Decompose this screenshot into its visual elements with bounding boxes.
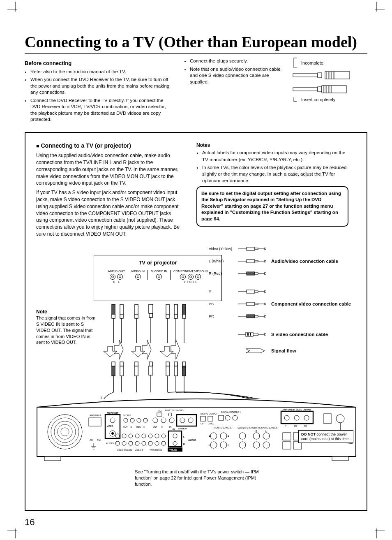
donot-bold: DO NOT: [301, 432, 316, 436]
square-bullet-icon: ■: [36, 143, 41, 149]
svg-marker-58: [171, 340, 180, 359]
svg-point-120: [161, 441, 166, 445]
before-bullets: Refer also to the instruction manual of …: [25, 69, 173, 123]
notes-heading: Notes: [196, 142, 348, 149]
note-item: Actual labels for component video inputs…: [202, 149, 348, 162]
label: Y: [184, 280, 186, 284]
svg-point-139: [239, 442, 246, 448]
svg-marker-56: [114, 340, 123, 359]
svg-point-97: [153, 418, 158, 423]
svg-point-77: [48, 415, 82, 449]
rca-plug-icon: [238, 271, 266, 276]
svg-rect-127: [219, 415, 224, 420]
label: S VIDEO IN: [151, 270, 167, 273]
svg-point-143: [263, 442, 270, 448]
side-note-heading: Note: [36, 308, 97, 315]
jack-icon: [180, 274, 186, 280]
jack-icon: [195, 274, 201, 280]
label: PB: [187, 280, 191, 284]
receiver-panel: ANTENNA AM FM MON OUT VIDEO VIDEO: [36, 395, 356, 465]
do-not-box: DO NOT connect the power cord (mains lea…: [298, 430, 353, 443]
svg-rect-70: [166, 366, 169, 376]
label: REC: [136, 426, 141, 428]
svg-rect-82: [44, 457, 61, 461]
svg-rect-126: [208, 416, 213, 421]
label: S VIDEO: [178, 427, 187, 430]
label: L: [118, 280, 120, 284]
label: DIGITAL OUTPUT: [201, 413, 217, 415]
label: TV/LINE: [169, 449, 178, 451]
svg-rect-51: [166, 314, 169, 318]
page-title: Connecting to a TV (Other than European …: [25, 33, 367, 54]
svg-rect-69: [149, 362, 152, 366]
svg-point-116: [135, 441, 139, 445]
svg-rect-62: [112, 366, 115, 376]
receiver-caption: See "Turning the unit on/off with the TV…: [135, 469, 270, 487]
bullet: Connect the plugs securely.: [190, 58, 281, 65]
svg-point-145: [284, 415, 289, 420]
svg-rect-18: [247, 247, 255, 250]
svg-rect-75: [182, 362, 186, 366]
paragraph: Using the supplied audio/video connectio…: [36, 152, 184, 187]
plug-complete-icon: [292, 84, 354, 94]
label: IPM: [158, 410, 161, 413]
label: ANTENNA: [90, 414, 101, 417]
svg-rect-50: [166, 304, 169, 314]
label: VIDEO 3: [135, 449, 143, 451]
svg-point-95: [137, 418, 141, 422]
svg-point-105: [115, 434, 120, 438]
label: IN: [130, 426, 132, 428]
svg-point-141: [263, 433, 270, 439]
svg-point-128: [225, 415, 230, 420]
svg-rect-19: [255, 248, 258, 250]
svg-rect-151: [283, 442, 291, 449]
svg-point-113: [115, 441, 120, 445]
tv-box: TV or projector AUDIO OUT R L VIDEO IN: [94, 255, 222, 301]
label: PB: [294, 425, 297, 427]
label: AM: [90, 439, 93, 441]
legend-label: Video (Yellow): [209, 247, 238, 251]
label: R: [113, 280, 115, 284]
svg-point-102: [188, 418, 193, 423]
svg-rect-64: [120, 366, 123, 376]
svg-marker-26: [265, 272, 266, 275]
label: IN: [161, 426, 163, 428]
svg-rect-65: [120, 362, 123, 366]
svg-rect-100: [177, 415, 196, 426]
svg-point-140: [253, 433, 260, 439]
svg-point-131: [220, 433, 227, 439]
svg-point-132: [210, 442, 217, 448]
svg-rect-83: [332, 457, 348, 461]
svg-point-115: [129, 441, 133, 445]
svg-point-92: [111, 432, 114, 435]
svg-rect-125: [201, 416, 205, 421]
svg-rect-42: [112, 304, 115, 314]
label: R: [183, 443, 185, 445]
label: OUT: [153, 426, 157, 428]
incomplete-label: Incomplete: [301, 60, 323, 66]
svg-rect-22: [255, 260, 258, 262]
svg-text:+: +: [209, 435, 210, 437]
svg-marker-23: [265, 260, 266, 262]
main-frame: ■ Connecting to a TV (or projector) Usin…: [25, 132, 367, 511]
svg-point-129: [233, 415, 238, 420]
svg-rect-68: [149, 366, 153, 375]
svg-marker-20: [265, 248, 266, 250]
notes-list: Actual labels for component video inputs…: [196, 149, 348, 183]
svg-point-146: [294, 415, 299, 420]
rca-plug-icon: [238, 289, 266, 294]
svg-rect-73: [174, 362, 178, 366]
svg-rect-71: [166, 362, 169, 366]
bracket-icon: [292, 97, 299, 102]
jack-icon: [135, 274, 141, 280]
svg-rect-67: [135, 362, 138, 366]
svg-marker-57: [142, 340, 151, 359]
svg-point-110: [148, 434, 152, 438]
svg-point-111: [155, 434, 159, 438]
svg-point-107: [129, 434, 133, 438]
svg-point-101: [180, 418, 185, 423]
svg-rect-27: [247, 290, 255, 293]
svg-point-123: [173, 441, 177, 445]
svg-rect-66: [135, 366, 138, 376]
label: TAPE MD/CD: [150, 449, 162, 451]
